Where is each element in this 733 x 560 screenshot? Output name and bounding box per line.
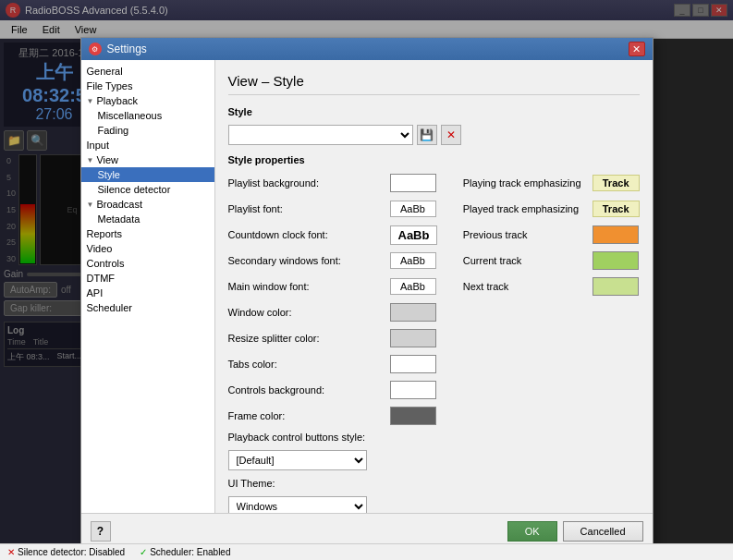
tree-item-playback[interactable]: ▼ Playback bbox=[81, 93, 214, 108]
playlist-bg-control bbox=[390, 174, 436, 192]
controls-bg-box[interactable] bbox=[390, 381, 436, 399]
tree-nav: General File Types ▼ Playback Miscellane… bbox=[81, 60, 215, 513]
tree-item-api-label: API bbox=[87, 287, 104, 298]
tree-item-api[interactable]: API bbox=[81, 286, 214, 300]
countdown-font-preview[interactable]: AaBb bbox=[390, 225, 438, 245]
tree-item-video[interactable]: Video bbox=[81, 241, 214, 256]
ui-theme-select[interactable]: Windows bbox=[228, 496, 367, 513]
style-select[interactable] bbox=[228, 125, 413, 145]
window-color-box[interactable] bbox=[390, 303, 436, 322]
main-font-row: Main window font: AaBb bbox=[228, 276, 454, 297]
playlist-font-preview[interactable]: AaBb bbox=[390, 201, 436, 217]
resize-splitter-label: Resize splitter color: bbox=[228, 333, 390, 344]
window-color-control bbox=[390, 303, 436, 322]
tree-item-fading-label: Fading bbox=[98, 125, 129, 136]
tree-item-style[interactable]: Style bbox=[81, 167, 214, 182]
help-button[interactable]: ? bbox=[91, 521, 111, 542]
previous-track-row: Previous track bbox=[463, 225, 640, 245]
dialog-overlay: ⚙ Settings ✕ General File Types bbox=[0, 0, 733, 560]
dialog-close-button[interactable]: ✕ bbox=[629, 42, 645, 56]
main-font-control: AaBb bbox=[390, 278, 436, 295]
tabs-color-label: Tabs color: bbox=[228, 359, 390, 370]
countdown-font-label: Countdown clock font: bbox=[228, 229, 390, 240]
tree-item-dtmf[interactable]: DTMF bbox=[81, 271, 214, 286]
secondary-font-row: Secondary windows font: AaBb bbox=[228, 250, 454, 271]
settings-dialog: ⚙ Settings ✕ General File Types bbox=[80, 37, 654, 550]
tree-item-dtmf-label: DTMF bbox=[87, 273, 116, 284]
tree-item-general[interactable]: General bbox=[81, 64, 214, 79]
tree-item-silence[interactable]: Silence detector bbox=[81, 182, 214, 197]
tree-item-reports-label: Reports bbox=[87, 228, 123, 239]
tabs-color-box[interactable] bbox=[390, 355, 436, 373]
previous-track-color[interactable] bbox=[593, 225, 639, 244]
tree-item-metadata[interactable]: Metadata bbox=[81, 212, 214, 226]
dialog-title: Settings bbox=[107, 43, 629, 55]
playlist-bg-color[interactable] bbox=[390, 174, 436, 192]
played-track-label: Played track emphasizing bbox=[463, 203, 593, 214]
silence-detector-icon: ✕ bbox=[7, 547, 15, 557]
tree-item-video-label: Video bbox=[87, 243, 113, 254]
save-style-button[interactable]: 💾 bbox=[417, 125, 437, 145]
frame-color-box[interactable] bbox=[390, 407, 436, 425]
main-font-preview[interactable]: AaBb bbox=[390, 278, 436, 295]
tree-item-input-label: Input bbox=[87, 140, 109, 151]
tree-item-silence-label: Silence detector bbox=[98, 184, 171, 195]
cancel-button[interactable]: Cancelled bbox=[563, 521, 643, 542]
tree-item-fading[interactable]: Fading bbox=[81, 123, 214, 138]
scheduler-label: Scheduler: Enabled bbox=[150, 547, 230, 557]
tree-item-controls-label: Controls bbox=[87, 258, 125, 269]
silence-detector-status: ✕ Silence detector: Disabled bbox=[7, 547, 125, 557]
app-content: 星期二 2016-11 上午 08:32:5 27:06 📁 🔍 0 5 10 … bbox=[0, 39, 733, 560]
tree-item-scheduler-label: Scheduler bbox=[87, 302, 133, 313]
playing-track-value[interactable]: Track bbox=[593, 175, 640, 191]
tree-item-miscellaneous[interactable]: Miscellaneous bbox=[81, 108, 214, 123]
style-properties-header: Style properties bbox=[228, 154, 640, 165]
style-dropdown-row: 💾 ✕ bbox=[228, 125, 640, 145]
props-container: Playlist background: Playlist font: AaBb bbox=[228, 173, 640, 432]
secondary-font-control: AaBb bbox=[390, 252, 436, 269]
tree-item-view-label: View bbox=[96, 154, 118, 165]
app-window: R RadioBOSS Advanced (5.5.4.0) _ □ ✕ Fil… bbox=[0, 0, 733, 560]
playlist-bg-label: Playlist background: bbox=[228, 177, 390, 189]
tree-item-controls[interactable]: Controls bbox=[81, 256, 214, 271]
tree-item-filetypes[interactable]: File Types bbox=[81, 79, 214, 93]
tree-item-input[interactable]: Input bbox=[81, 138, 214, 152]
tree-item-playback-label: Playback bbox=[96, 95, 138, 106]
current-track-row: Current track bbox=[463, 250, 640, 271]
playing-track-label: Playing track emphasizing bbox=[463, 177, 593, 189]
frame-color-row: Frame color: bbox=[228, 406, 454, 426]
ok-button[interactable]: OK bbox=[507, 521, 557, 542]
main-font-label: Main window font: bbox=[228, 281, 390, 292]
scheduler-icon: ✓ bbox=[140, 547, 147, 557]
current-track-color[interactable] bbox=[593, 251, 639, 270]
controls-bg-row: Controls background: bbox=[228, 380, 454, 400]
dialog-icon: ⚙ bbox=[89, 43, 102, 55]
playing-track-row: Playing track emphasizing Track bbox=[463, 173, 640, 193]
played-track-value[interactable]: Track bbox=[593, 201, 640, 217]
playlist-font-control: AaBb bbox=[390, 201, 436, 217]
statusbar: ✕ Silence detector: Disabled ✓ Scheduler… bbox=[0, 543, 733, 560]
controls-bg-control bbox=[390, 381, 436, 399]
ui-theme-label: UI Theme: bbox=[228, 478, 275, 489]
secondary-font-preview[interactable]: AaBb bbox=[390, 252, 436, 269]
playback-style-select[interactable]: [Default] bbox=[228, 450, 367, 470]
ui-theme-select-row: Windows bbox=[228, 496, 640, 513]
tree-item-broadcast[interactable]: ▼ Broadcast bbox=[81, 197, 214, 212]
next-track-color[interactable] bbox=[593, 277, 639, 296]
secondary-font-label: Secondary windows font: bbox=[228, 255, 390, 266]
tree-item-scheduler[interactable]: Scheduler bbox=[81, 300, 214, 315]
props-left: Playlist background: Playlist font: AaBb bbox=[228, 173, 454, 432]
window-color-row: Window color: bbox=[228, 302, 454, 323]
silence-detector-label: Silence detector: Disabled bbox=[18, 547, 125, 557]
ui-theme-row: UI Theme: bbox=[228, 478, 640, 489]
tree-item-broadcast-label: Broadcast bbox=[96, 199, 142, 210]
tree-item-misc-label: Miscellaneous bbox=[98, 110, 163, 121]
next-track-row: Next track bbox=[463, 276, 640, 297]
delete-style-button[interactable]: ✕ bbox=[441, 125, 461, 145]
current-track-label: Current track bbox=[463, 255, 593, 266]
tree-item-reports[interactable]: Reports bbox=[81, 226, 214, 241]
tabs-color-control bbox=[390, 355, 436, 373]
resize-splitter-color-box[interactable] bbox=[390, 329, 436, 347]
tree-item-view[interactable]: ▼ View bbox=[81, 152, 214, 167]
props-right: Playing track emphasizing Track Played t… bbox=[463, 173, 640, 432]
